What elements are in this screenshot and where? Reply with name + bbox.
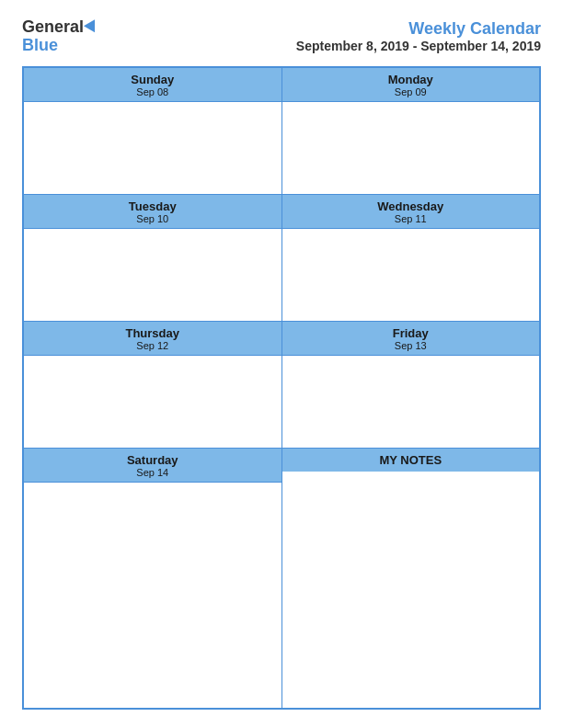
tuesday-header: Tuesday Sep 10 [24, 195, 282, 229]
sunday-name: Sunday [28, 73, 278, 86]
wednesday-date: Sep 11 [286, 213, 536, 224]
cell-tuesday: Tuesday Sep 10 [24, 195, 282, 321]
calendar-row-4: Saturday Sep 14 MY NOTES [24, 449, 539, 708]
saturday-body[interactable] [24, 483, 282, 708]
tuesday-date: Sep 10 [28, 213, 278, 224]
sunday-body[interactable] [24, 102, 282, 194]
cell-wednesday: Wednesday Sep 11 [282, 195, 540, 321]
cell-saturday: Saturday Sep 14 [24, 449, 282, 708]
calendar-title: Weekly Calendar [296, 19, 541, 39]
wednesday-header: Wednesday Sep 11 [282, 195, 540, 229]
friday-name: Friday [286, 326, 536, 340]
friday-date: Sep 13 [286, 340, 536, 351]
tuesday-body[interactable] [24, 229, 282, 321]
header-title: Weekly Calendar September 8, 2019 - Sept… [296, 19, 541, 53]
thursday-date: Sep 12 [28, 340, 278, 351]
friday-body[interactable] [282, 356, 540, 448]
saturday-date: Sep 14 [28, 467, 278, 478]
friday-header: Friday Sep 13 [282, 322, 540, 356]
tuesday-name: Tuesday [28, 199, 278, 213]
thursday-header: Thursday Sep 12 [24, 322, 282, 356]
page: General Blue Weekly Calendar September 8… [0, 0, 563, 728]
logo-blue-text: Blue [22, 36, 58, 54]
calendar-subtitle: September 8, 2019 - September 14, 2019 [296, 39, 541, 53]
logo-triangle-icon [84, 19, 100, 35]
calendar-row-1: Sunday Sep 08 Monday Sep 09 [24, 68, 539, 195]
wednesday-body[interactable] [282, 229, 540, 321]
cell-sunday: Sunday Sep 08 [24, 68, 282, 194]
sunday-date: Sep 08 [28, 86, 278, 97]
calendar-grid: Sunday Sep 08 Monday Sep 09 Tuesday Se [22, 66, 541, 710]
cell-notes: MY NOTES [282, 449, 540, 708]
cell-friday: Friday Sep 13 [282, 322, 540, 448]
logo-general-text: General [22, 18, 84, 37]
header: General Blue Weekly Calendar September 8… [22, 18, 541, 55]
calendar-row-3: Thursday Sep 12 Friday Sep 13 [24, 322, 539, 449]
cell-monday: Monday Sep 09 [282, 68, 540, 194]
thursday-body[interactable] [24, 356, 282, 448]
monday-name: Monday [286, 73, 536, 86]
monday-header: Monday Sep 09 [282, 68, 540, 102]
notes-label: MY NOTES [379, 453, 442, 467]
notes-header: MY NOTES [282, 449, 540, 472]
logo: General Blue [22, 18, 98, 55]
monday-body[interactable] [282, 102, 540, 194]
notes-body[interactable] [282, 472, 540, 708]
saturday-header: Saturday Sep 14 [24, 449, 282, 483]
cell-thursday: Thursday Sep 12 [24, 322, 282, 448]
monday-date: Sep 09 [286, 86, 536, 97]
calendar-row-2: Tuesday Sep 10 Wednesday Sep 11 [24, 195, 539, 322]
saturday-name: Saturday [28, 453, 278, 467]
sunday-header: Sunday Sep 08 [24, 68, 282, 102]
thursday-name: Thursday [28, 326, 278, 340]
wednesday-name: Wednesday [286, 199, 536, 213]
